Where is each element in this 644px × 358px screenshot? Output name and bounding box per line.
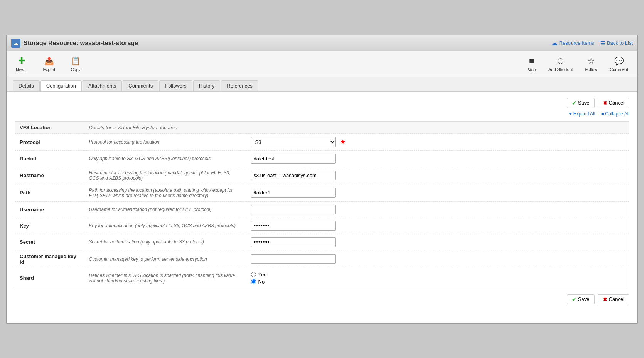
- cancel-button-top[interactable]: ✖ Cancel: [598, 98, 629, 108]
- toolbar: ✚ New... 📤 Export 📋 Copy ■ Stop ⬡ Add Sh: [7, 51, 637, 77]
- collapse-arrow-icon: ◄: [600, 111, 604, 117]
- secret-label: Secret: [15, 234, 84, 250]
- export-label: Export: [43, 67, 56, 72]
- window-title: Storage Resource: wasabi-test-storage: [24, 40, 138, 47]
- tab-configuration[interactable]: Configuration: [40, 80, 82, 91]
- collapse-all-link[interactable]: ◄ Collapse All: [600, 111, 629, 117]
- save-button-top[interactable]: ✔ Save: [567, 98, 595, 108]
- stop-label: Stop: [527, 68, 536, 72]
- back-to-list-label: Back to List: [607, 40, 633, 46]
- toolbar-right: ■ Stop ⬡ Add Shortcut ☆ Follow 💬 Comment: [524, 54, 631, 74]
- copy-button[interactable]: 📋 Copy: [67, 55, 84, 73]
- save-check-icon-bottom: ✔: [572, 296, 577, 302]
- shard-no-label[interactable]: No: [251, 279, 625, 285]
- hostname-desc: Hostname for accessing the location (man…: [84, 167, 246, 184]
- save-button-bottom[interactable]: ✔ Save: [567, 294, 595, 304]
- customer-key-input[interactable]: [251, 254, 336, 264]
- protocol-label: Protocol: [15, 133, 84, 150]
- expand-arrow-icon: ▼: [568, 111, 573, 117]
- path-desc: Path for accessing the location (absolut…: [84, 184, 246, 201]
- table-row: Protocol Protocol for accessing the loca…: [15, 133, 629, 150]
- collapse-all-label: Collapse All: [605, 111, 629, 117]
- comment-icon: 💬: [614, 56, 624, 66]
- protocol-required-star: ★: [340, 138, 346, 145]
- main-window: ☁ Storage Resource: wasabi-test-storage …: [6, 35, 638, 324]
- title-bar-right: ☁ Resource Items ☰ Back to List: [551, 39, 633, 47]
- shard-yes-label[interactable]: Yes: [251, 272, 625, 277]
- table-row: Hostname Hostname for accessing the loca…: [15, 167, 629, 184]
- cancel-x-icon: ✖: [603, 100, 607, 106]
- storage-resource-icon: ☁: [11, 39, 20, 48]
- expand-all-link[interactable]: ▼ Expand All: [568, 111, 595, 117]
- shard-input-cell: Yes No: [246, 268, 629, 288]
- export-button[interactable]: 📤 Export: [40, 55, 59, 73]
- save-check-icon: ✔: [572, 100, 577, 106]
- key-input-cell: [246, 218, 629, 234]
- list-icon: ☰: [600, 40, 605, 46]
- bucket-input-cell: [246, 150, 629, 167]
- cancel-button-bottom[interactable]: ✖ Cancel: [598, 294, 629, 304]
- table-row: Path Path for accessing the location (ab…: [15, 184, 629, 201]
- table-row: Bucket Only applicable to S3, GCS and AZ…: [15, 150, 629, 167]
- stop-icon: ■: [529, 56, 534, 66]
- cancel-label-bottom: Cancel: [609, 296, 624, 302]
- action-buttons-top: ✔ Save ✖ Cancel: [15, 98, 629, 108]
- path-label: Path: [15, 184, 84, 201]
- tab-details[interactable]: Details: [13, 80, 40, 91]
- new-label: New...: [16, 68, 28, 72]
- shard-no-text: No: [258, 279, 265, 285]
- follow-button[interactable]: ☆ Follow: [582, 55, 601, 73]
- new-icon: ✚: [18, 56, 25, 66]
- tab-attachments[interactable]: Attachments: [83, 80, 122, 91]
- hostname-input-cell: [246, 167, 629, 184]
- protocol-desc: Protocol for accessing the location: [84, 133, 246, 150]
- add-shortcut-label: Add Shortcut: [548, 67, 573, 72]
- follow-icon: ☆: [588, 56, 595, 66]
- secret-input[interactable]: [251, 237, 336, 247]
- tab-comments[interactable]: Comments: [123, 80, 158, 91]
- username-label: Username: [15, 201, 84, 218]
- new-button[interactable]: ✚ New...: [13, 54, 31, 74]
- vfs-location-header-row: VFS Location Details for a Virtual File …: [15, 121, 629, 133]
- copy-label: Copy: [71, 67, 81, 72]
- export-icon: 📤: [44, 56, 54, 66]
- vfs-location-label: VFS Location: [15, 121, 84, 133]
- hostname-input[interactable]: [251, 171, 336, 180]
- stop-button[interactable]: ■ Stop: [524, 54, 539, 74]
- add-shortcut-icon: ⬡: [557, 56, 564, 66]
- tab-references[interactable]: References: [221, 80, 258, 91]
- back-to-list-link[interactable]: ☰ Back to List: [600, 40, 633, 46]
- resource-items-label: Resource Items: [559, 40, 594, 46]
- shard-no-radio[interactable]: [251, 279, 256, 284]
- resource-items-link[interactable]: ☁ Resource Items: [551, 39, 594, 47]
- key-desc: Key for authentication (only applicable …: [84, 218, 246, 234]
- table-row: Key Key for authentication (only applica…: [15, 218, 629, 234]
- vfs-location-input-cell: [246, 121, 629, 133]
- key-input[interactable]: [251, 221, 336, 231]
- table-row: Shard Defines whether this VFS location …: [15, 268, 629, 288]
- username-input-cell: [246, 201, 629, 218]
- comment-button[interactable]: 💬 Comment: [607, 55, 631, 73]
- shard-desc: Defines whether this VFS location is sha…: [84, 268, 246, 288]
- bucket-label: Bucket: [15, 150, 84, 167]
- copy-icon: 📋: [71, 56, 81, 66]
- tab-history[interactable]: History: [193, 80, 220, 91]
- tab-followers[interactable]: Followers: [159, 80, 192, 91]
- content-area: ✔ Save ✖ Cancel ▼ Expand All ◄ Collapse …: [7, 91, 637, 323]
- shard-radio-group: Yes No: [251, 272, 625, 285]
- table-row: Username Username for authentication (no…: [15, 201, 629, 218]
- protocol-input-cell: S3 FTP SFTP FILE GCS AZBS ★: [246, 133, 629, 150]
- table-row: Secret Secret for authentication (only a…: [15, 234, 629, 250]
- username-input[interactable]: [251, 205, 336, 214]
- shard-yes-radio[interactable]: [251, 272, 256, 277]
- protocol-select[interactable]: S3 FTP SFTP FILE GCS AZBS: [251, 137, 336, 147]
- expand-collapse-bar: ▼ Expand All ◄ Collapse All: [15, 111, 629, 117]
- secret-input-cell: [246, 234, 629, 250]
- username-desc: Username for authentication (not require…: [84, 201, 246, 218]
- add-shortcut-button[interactable]: ⬡ Add Shortcut: [545, 55, 576, 73]
- path-input[interactable]: [251, 188, 336, 198]
- bucket-input[interactable]: [251, 154, 336, 164]
- shard-label: Shard: [15, 268, 84, 288]
- customer-key-input-cell: [246, 250, 629, 268]
- secret-desc: Secret for authentication (only applicab…: [84, 234, 246, 250]
